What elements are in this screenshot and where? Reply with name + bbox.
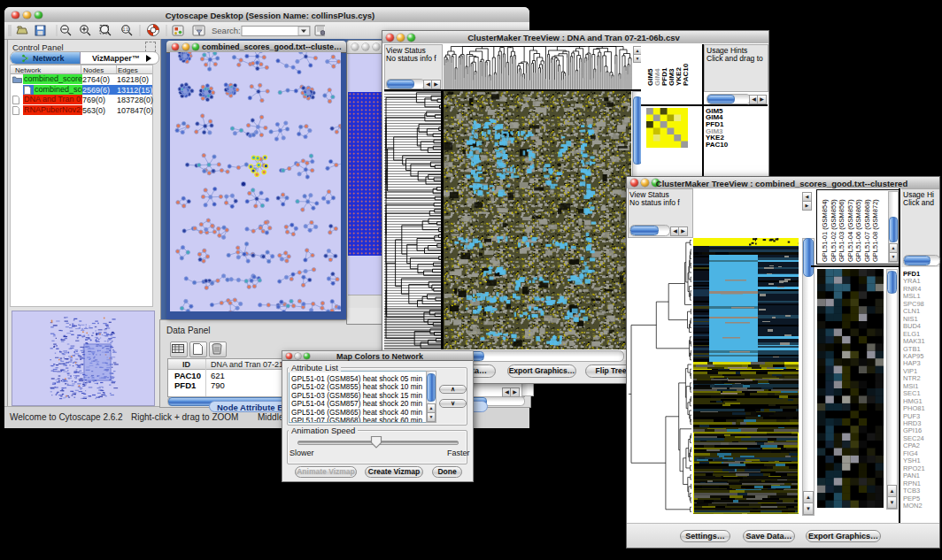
svg-text:1:1: 1:1 (123, 27, 129, 32)
svg-text:Search:: Search: (212, 26, 241, 35)
